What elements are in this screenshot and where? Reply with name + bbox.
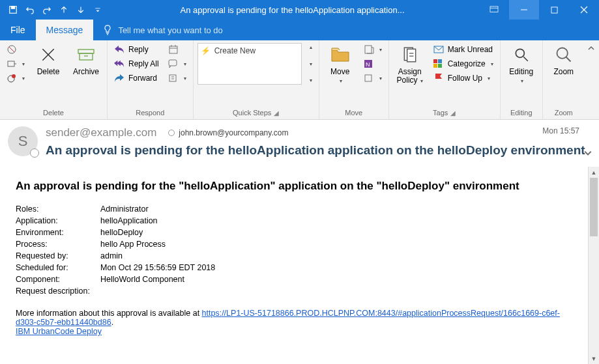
tab-message[interactable]: Message <box>36 20 94 40</box>
ribbon-tabs: File Message Tell me what you want to do <box>0 20 599 40</box>
forward-icon <box>114 73 124 83</box>
message-body[interactable]: An approval is pending for the "helloApp… <box>0 167 588 364</box>
product-link[interactable]: IBM UrbanCode Deploy <box>16 327 102 336</box>
group-label-delete: Delete <box>0 107 107 119</box>
customize-qat-icon[interactable] <box>90 2 106 18</box>
flag-icon <box>433 73 444 83</box>
group-delete: ▾ ▾ Delete Archive Delete <box>0 40 108 119</box>
im-button[interactable]: ▾ <box>166 57 189 70</box>
scroll-track[interactable] <box>589 178 599 353</box>
zoom-button[interactable]: Zoom <box>547 43 581 76</box>
titlebar: An approval is pending for the helloAppl… <box>0 0 599 20</box>
ribbon-display-icon[interactable] <box>479 0 509 20</box>
svg-rect-9 <box>80 53 93 60</box>
group-zoom: Zoom Zoom <box>543 40 585 119</box>
actions-button[interactable]: ▾ <box>361 72 385 85</box>
quicksteps-launcher-icon[interactable]: ◢ <box>274 109 279 117</box>
tell-me-label: Tell me what you want to do <box>118 25 222 35</box>
field-table: Roles:Administrator Application:helloApp… <box>16 203 572 297</box>
group-tags: Assign Policy ▾ Mark Unread Categorize▾ … <box>389 40 501 119</box>
group-label-quicksteps: Quick Steps <box>233 109 271 117</box>
group-label-move: Move <box>319 107 388 119</box>
maximize-button[interactable] <box>539 0 569 20</box>
presence-icon <box>168 130 175 136</box>
quickstep-create-new: Create New <box>214 46 256 55</box>
categorize-button[interactable]: Categorize▾ <box>431 57 496 70</box>
svg-rect-23 <box>438 64 442 68</box>
reply-button[interactable]: Reply <box>111 43 162 56</box>
quicksteps-up[interactable]: ▴ <box>306 43 315 51</box>
message-body-container: An approval is pending for the "helloApp… <box>0 167 599 364</box>
quicksteps-more[interactable]: ▾ <box>306 76 315 85</box>
junk-button[interactable]: ▾ <box>4 72 27 85</box>
svg-rect-16 <box>365 75 372 81</box>
reply-all-button[interactable]: Reply All <box>111 57 162 70</box>
tell-me-search[interactable]: Tell me what you want to do <box>93 20 222 40</box>
redo-icon[interactable] <box>39 2 55 18</box>
group-label-editing: Editing <box>501 107 542 119</box>
svg-rect-22 <box>433 64 437 68</box>
onenote-icon: N <box>364 59 374 69</box>
scroll-thumb[interactable] <box>590 178 598 236</box>
ribbon: ▾ ▾ Delete Archive Delete Reply Reply Al… <box>0 40 599 120</box>
more-info-line: More information about this approval is … <box>16 309 572 336</box>
find-icon <box>511 44 532 65</box>
tags-launcher-icon[interactable]: ◢ <box>450 109 456 117</box>
delete-button[interactable]: Delete <box>31 43 65 76</box>
group-move: Move▾ ▾ N ▾ Move <box>319 40 389 119</box>
follow-up-button[interactable]: Follow Up▾ <box>431 72 496 85</box>
svg-text:N: N <box>366 61 370 68</box>
move-button[interactable]: Move▾ <box>323 43 357 85</box>
archive-icon <box>76 44 96 65</box>
junk-icon <box>7 73 17 83</box>
undo-icon[interactable] <box>22 2 38 18</box>
svg-rect-2 <box>490 7 498 12</box>
svg-rect-20 <box>433 59 437 63</box>
group-respond: Reply Reply All Forward ▾ ▾ Respond <box>108 40 194 119</box>
meeting-button[interactable] <box>166 43 189 56</box>
svg-rect-13 <box>365 46 372 53</box>
quicksteps-down[interactable]: ▾ <box>306 60 315 68</box>
minimize-button[interactable] <box>509 0 539 20</box>
prev-item-icon[interactable] <box>56 2 72 18</box>
archive-button[interactable]: Archive <box>69 43 103 76</box>
ignore-button[interactable] <box>4 43 27 56</box>
envelope-icon <box>433 44 444 55</box>
policy-icon <box>400 44 420 65</box>
tab-file[interactable]: File <box>0 20 36 40</box>
scroll-up-icon[interactable]: ▲ <box>589 167 599 178</box>
avatar: S <box>8 126 38 156</box>
svg-rect-1 <box>11 7 14 9</box>
mark-unread-button[interactable]: Mark Unread <box>431 43 496 56</box>
expand-header-icon[interactable] <box>583 148 592 160</box>
assign-policy-button[interactable]: Assign Policy ▾ <box>393 43 427 85</box>
message-header: S sender@example.com john.brown@yourcomp… <box>0 120 599 167</box>
scroll-down-icon[interactable]: ▼ <box>589 353 599 364</box>
vertical-scrollbar[interactable]: ▲ ▼ <box>588 167 599 364</box>
body-heading: An approval is pending for the "helloApp… <box>16 180 572 193</box>
svg-rect-11 <box>169 60 177 66</box>
svg-rect-12 <box>169 75 176 81</box>
save-icon[interactable] <box>5 2 21 18</box>
svg-rect-5 <box>8 61 14 66</box>
collapse-ribbon-icon[interactable] <box>585 40 599 119</box>
lightning-icon: ⚡ <box>201 46 211 55</box>
onenote-button[interactable]: N <box>361 57 385 70</box>
recipient-chip: john.brown@yourcompany.com <box>168 128 288 137</box>
ignore-icon <box>7 44 17 55</box>
reply-icon <box>114 44 124 55</box>
message-subject: An approval is pending for the helloAppl… <box>46 143 591 158</box>
reply-all-icon <box>114 59 124 69</box>
svg-rect-8 <box>78 49 94 53</box>
more-respond-button[interactable]: ▾ <box>166 72 189 85</box>
editing-button[interactable]: Editing▾ <box>504 43 538 85</box>
forward-button[interactable]: Forward <box>111 72 162 85</box>
quicksteps-gallery[interactable]: ⚡ Create New <box>197 43 302 85</box>
rules-button[interactable]: ▾ <box>361 43 385 56</box>
close-button[interactable] <box>569 0 599 20</box>
sender-address: sender@example.com <box>46 126 156 139</box>
cleanup-button[interactable]: ▾ <box>4 57 27 70</box>
next-item-icon[interactable] <box>73 2 89 18</box>
group-editing: Editing▾ Editing <box>501 40 543 119</box>
group-quicksteps: ⚡ Create New ▴ ▾ ▾ Quick Steps◢ <box>194 40 319 119</box>
